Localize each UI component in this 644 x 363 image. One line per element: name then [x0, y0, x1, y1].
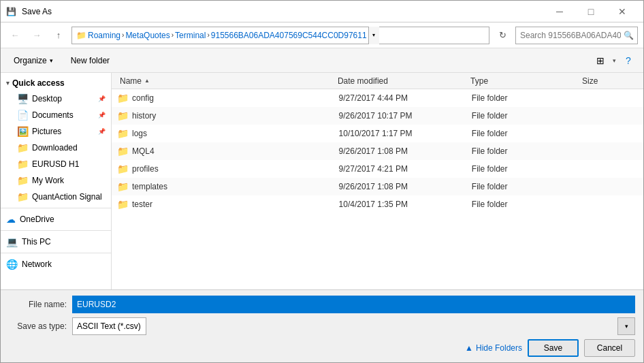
- sidebar-item-documents[interactable]: 📄 Documents 📌: [1, 107, 111, 123]
- table-row[interactable]: 📁 templates 9/26/2017 1:08 PM File folde…: [112, 178, 643, 195]
- save-button[interactable]: Save: [528, 339, 579, 357]
- sidebar-item-quantaction-signal[interactable]: 📁 QuantAction Signal: [1, 189, 111, 205]
- filename-row: File name:: [9, 296, 635, 313]
- filetype-select-wrap: ASCII Text (*.csv) ▾: [72, 317, 635, 335]
- refresh-button[interactable]: ↻: [494, 27, 511, 44]
- filetype-select[interactable]: ASCII Text (*.csv): [72, 317, 146, 335]
- size-col-label: Size: [582, 76, 598, 86]
- file-name-text: config: [132, 93, 154, 103]
- folder-row-icon: 📁: [117, 93, 128, 104]
- table-row[interactable]: 📁 logs 10/10/2017 1:17 PM File folder: [112, 125, 643, 142]
- file-rows-container: 📁 config 9/27/2017 4:44 PM File folder 📁…: [112, 89, 643, 213]
- onedrive-icon: ☁: [6, 214, 16, 225]
- sidebar-item-eurusd-h1[interactable]: 📁 EURUSD H1: [1, 156, 111, 172]
- save-label: Save: [544, 343, 562, 353]
- quick-access-header[interactable]: ▾ Quick access: [1, 76, 111, 91]
- filename-label: File name:: [9, 300, 67, 309]
- table-row[interactable]: 📁 config 9/27/2017 4:44 PM File folder: [112, 89, 643, 107]
- maximize-button[interactable]: □: [575, 1, 607, 22]
- toolbar: Organize ▾ New folder ⊞ ▾ ?: [1, 48, 643, 73]
- folder-row-icon: 📁: [117, 199, 128, 210]
- file-name-cell: 📁 MQL4: [117, 146, 339, 157]
- main-content: ▾ Quick access 🖥️ Desktop 📌 📄 Documents …: [1, 73, 643, 289]
- organize-chevron-icon: ▾: [50, 57, 53, 64]
- thispc-label: This PC: [22, 237, 51, 247]
- table-row[interactable]: 📁 tester 10/4/2017 1:35 PM File folder: [112, 195, 643, 213]
- sidebar-item-desktop[interactable]: 🖥️ Desktop 📌: [1, 91, 111, 107]
- file-name-cell: 📁 profiles: [117, 163, 339, 174]
- organize-label: Organize: [14, 56, 47, 65]
- file-date-cell: 10/4/2017 1:35 PM: [339, 200, 472, 209]
- table-row[interactable]: 📁 MQL4 9/26/2017 1:08 PM File folder: [112, 142, 643, 160]
- cancel-button[interactable]: Cancel: [584, 339, 635, 357]
- path-icon: 📁: [76, 31, 86, 40]
- sidebar-item-pictures[interactable]: 🖼️ Pictures 📌: [1, 123, 111, 140]
- close-button[interactable]: ✕: [607, 1, 638, 22]
- filetype-dropdown-icon: ▾: [617, 317, 635, 335]
- organize-button[interactable]: Organize ▾: [6, 51, 61, 70]
- path-dropdown-button[interactable]: ▾: [368, 27, 379, 44]
- downloaded-icon: 📁: [17, 142, 28, 153]
- new-folder-button[interactable]: New folder: [63, 51, 117, 70]
- file-name-cell: 📁 config: [117, 93, 339, 104]
- path-segment-terminal: Terminal: [175, 31, 206, 40]
- sidebar-divider-1: [1, 208, 111, 208]
- my-work-label: My Work: [32, 176, 64, 185]
- sidebar-item-onedrive[interactable]: ☁ OneDrive: [1, 211, 111, 227]
- help-button[interactable]: ?: [619, 51, 638, 70]
- minimize-button[interactable]: ─: [544, 1, 575, 22]
- sidebar-item-thispc[interactable]: 💻 This PC: [1, 234, 111, 250]
- search-input[interactable]: [515, 27, 638, 44]
- folder-row-icon: 📁: [117, 146, 128, 157]
- table-row[interactable]: 📁 profiles 9/27/2017 4:21 PM File folder: [112, 160, 643, 178]
- desktop-label: Desktop: [32, 94, 62, 104]
- downloaded-label: Downloaded: [32, 143, 78, 153]
- column-header-type[interactable]: Type: [468, 74, 579, 88]
- file-type-cell: File folder: [472, 129, 583, 138]
- file-type-cell: File folder: [472, 182, 583, 191]
- forward-button[interactable]: →: [28, 27, 46, 44]
- date-col-label: Date modified: [338, 76, 388, 86]
- file-list-area: Name ▲ Date modified Type Size 📁 config: [112, 73, 643, 289]
- file-name-text: templates: [132, 182, 167, 191]
- documents-icon: 📄: [17, 110, 28, 121]
- quick-access-section: ▾ Quick access 🖥️ Desktop 📌 📄 Documents …: [1, 76, 111, 205]
- filetype-row: Save as type: ASCII Text (*.csv) ▾: [9, 317, 635, 335]
- file-name-cell: 📁 history: [117, 110, 339, 121]
- toolbar-right: ⊞ ▾ ?: [591, 51, 638, 70]
- folder-row-icon: 📁: [117, 128, 128, 139]
- back-button[interactable]: ←: [6, 27, 24, 44]
- address-path[interactable]: 📁 Roaming › MetaQuotes › Terminal › 9155…: [71, 27, 489, 44]
- sidebar-item-downloaded[interactable]: 📁 Downloaded: [1, 140, 111, 156]
- type-col-label: Type: [470, 76, 488, 86]
- window-title: Save As: [22, 7, 52, 16]
- view-options-button[interactable]: ⊞: [591, 51, 610, 70]
- table-row[interactable]: 📁 history 9/26/2017 10:17 PM File folder: [112, 107, 643, 125]
- up-button[interactable]: ↑: [50, 27, 67, 44]
- file-name-text: profiles: [132, 164, 159, 174]
- sidebar-item-my-work[interactable]: 📁 My Work: [1, 172, 111, 189]
- file-name-text: tester: [132, 200, 152, 209]
- title-bar-controls: ─ □ ✕: [544, 1, 638, 22]
- title-bar-left: 💾 Save As: [6, 7, 52, 16]
- new-folder-label: New folder: [71, 56, 110, 65]
- column-header-name[interactable]: Name ▲: [117, 74, 335, 88]
- filetype-label: Save as type:: [9, 321, 67, 331]
- filename-input[interactable]: [72, 296, 635, 313]
- file-name-cell: 📁 templates: [117, 181, 339, 192]
- network-label: Network: [22, 259, 52, 269]
- sidebar-divider-3: [1, 253, 111, 253]
- file-type-cell: File folder: [472, 111, 583, 121]
- column-header-date[interactable]: Date modified: [335, 74, 468, 88]
- window-icon: 💾: [6, 7, 16, 16]
- path-segment-roaming: Roaming: [88, 31, 120, 40]
- sidebar-item-network[interactable]: 🌐 Network: [1, 256, 111, 272]
- quantaction-signal-label: QuantAction Signal: [32, 192, 102, 202]
- address-bar: ← → ↑ 📁 Roaming › MetaQuotes › Terminal …: [1, 22, 643, 48]
- quick-access-label: Quick access: [12, 78, 65, 88]
- desktop-pin-icon: 📌: [98, 95, 106, 102]
- bottom-panel: File name: Save as type: ASCII Text (*.c…: [1, 289, 643, 362]
- column-header-size[interactable]: Size: [579, 74, 638, 88]
- file-name-text: history: [132, 111, 156, 121]
- hide-folders-button[interactable]: ▲ Hide Folders: [465, 343, 522, 353]
